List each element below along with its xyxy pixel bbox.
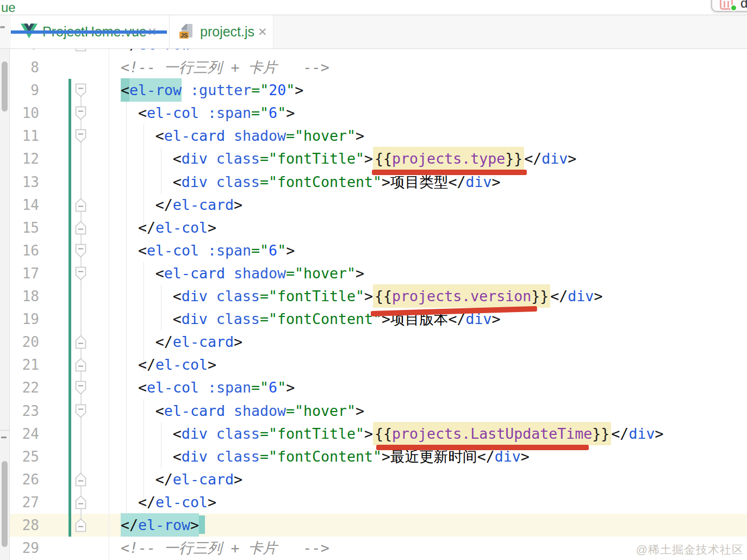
fold-close-icon[interactable] — [75, 335, 86, 349]
svg-text:JS: JS — [180, 32, 188, 39]
code-line-27[interactable]: 27</el-col> — [10, 491, 747, 514]
line-number: 10 — [10, 102, 39, 125]
online-status-dot — [730, 4, 737, 11]
code-line-18[interactable]: 18<div class="fontTitle">{{projects.vers… — [10, 285, 747, 308]
code-text: <el-card shadow="hover"> — [155, 262, 364, 285]
partial-tab-text: ue — [1, 0, 16, 15]
code-line-9[interactable]: 9<el-row :gutter="20"> — [10, 79, 747, 102]
code-text: <!-- 一行三列 + 卡片 --> — [121, 537, 329, 559]
tool-window-stripe-icon[interactable] — [0, 26, 5, 28]
fold-close-icon[interactable] — [75, 221, 86, 235]
line-number: 29 — [10, 537, 39, 559]
code-text: </el-card> — [155, 331, 242, 353]
code-editor[interactable]: 7</el-row>8<!-- 一行三列 + 卡片 -->9<el-row :g… — [10, 33, 747, 560]
code-text: </el-card> — [155, 468, 242, 491]
code-text: </el-col> — [138, 216, 216, 239]
code-text: <el-col :span="6"> — [138, 102, 295, 125]
code-text: </el-col> — [138, 491, 216, 514]
fold-open-icon[interactable] — [75, 129, 86, 143]
code-line-15[interactable]: 15</el-col> — [10, 216, 747, 239]
fold-close-icon[interactable] — [75, 495, 86, 509]
tab-project-js[interactable]: JS project.js ✕ — [169, 15, 273, 48]
code-line-16[interactable]: 16<el-col :span="6"> — [10, 239, 747, 262]
line-number: 11 — [10, 125, 39, 147]
code-line-12[interactable]: 12<div class="fontTitle">{{projects.type… — [10, 147, 747, 170]
line-number: 27 — [10, 491, 39, 514]
line-number: 18 — [10, 285, 39, 308]
left-tool-strip — [0, 49, 10, 560]
line-number: 9 — [10, 79, 39, 102]
line-number: 20 — [10, 331, 39, 353]
line-number: 28 — [10, 514, 39, 537]
line-number: 13 — [10, 171, 39, 194]
line-number: 15 — [10, 216, 39, 239]
line-number: 23 — [10, 400, 39, 422]
fold-open-icon[interactable] — [75, 106, 86, 120]
line-number: 21 — [10, 353, 39, 376]
code-line-26[interactable]: 26</el-card> — [10, 468, 747, 491]
code-line-22[interactable]: 22<el-col :span="6"> — [10, 376, 747, 399]
code-line-11[interactable]: 11<el-card shadow="hover"> — [10, 125, 747, 147]
gutter-separator — [109, 49, 109, 560]
code-text: <div class="fontTitle">{{projects.LastUp… — [173, 422, 664, 445]
code-line-8[interactable]: 8<!-- 一行三列 + 卡片 --> — [10, 56, 747, 79]
active-tab-indicator — [11, 30, 167, 34]
identifier-highlight: {{projects.LastUpdateTime}} — [373, 422, 611, 445]
code-text: </el-row> — [121, 514, 205, 537]
annotation-underline-type — [372, 170, 527, 175]
code-text: <el-card shadow="hover"> — [155, 400, 364, 422]
line-number: 12 — [10, 147, 39, 170]
code-line-23[interactable]: 23<el-card shadow="hover"> — [10, 400, 747, 422]
identifier-highlight: {{projects.version}} — [373, 284, 550, 308]
code-text: <div class="fontTitle">{{projects.versio… — [173, 285, 603, 308]
line-number: 24 — [10, 422, 39, 445]
fold-close-icon[interactable] — [75, 472, 86, 487]
fold-open-icon[interactable] — [75, 244, 86, 258]
scrollbar-thumb[interactable] — [2, 61, 8, 111]
fold-close-icon[interactable] — [75, 198, 86, 212]
code-line-20[interactable]: 20</el-card> — [10, 331, 747, 353]
code-line-17[interactable]: 17<el-card shadow="hover"> — [10, 262, 747, 285]
floating-widget[interactable]: d — [711, 0, 747, 12]
fold-open-icon[interactable] — [75, 381, 86, 395]
line-number: 17 — [10, 262, 39, 285]
code-text: <el-row :gutter="20"> — [121, 79, 303, 102]
annotation-underline-lastupdatetime — [376, 445, 589, 450]
fold-open-icon[interactable] — [75, 266, 86, 281]
code-text: <el-card shadow="hover"> — [155, 125, 364, 147]
code-line-21[interactable]: 21</el-col> — [10, 353, 747, 376]
fold-open-icon[interactable] — [75, 83, 86, 97]
line-number: 25 — [10, 445, 39, 468]
code-line-28[interactable]: 28</el-row> — [10, 514, 747, 537]
identifier-highlight: {{projects.type}} — [373, 147, 524, 170]
watermark: @稀土掘金技术社区 — [636, 542, 744, 557]
tag-match-highlight: </el-row> — [121, 513, 199, 537]
code-line-24[interactable]: 24<div class="fontTitle">{{projects.Last… — [10, 422, 747, 445]
code-text: </el-col> — [138, 353, 216, 376]
splitter-handle-icon[interactable] — [1, 437, 7, 438]
fold-close-icon[interactable] — [75, 518, 86, 532]
code-line-14[interactable]: 14</el-card> — [10, 194, 747, 216]
scrollbar-thumb[interactable] — [2, 461, 8, 547]
line-number: 8 — [10, 56, 39, 79]
widget-letter: d — [740, 0, 747, 11]
fold-range-line — [80, 90, 82, 525]
code-text: </el-card> — [155, 194, 242, 216]
text-caret — [199, 515, 205, 534]
vcs-change-bar[interactable] — [69, 79, 71, 537]
close-icon[interactable]: ✕ — [258, 15, 267, 48]
fold-close-icon[interactable] — [75, 358, 86, 372]
js-file-icon: JS — [178, 23, 195, 42]
top-bar: ue — [0, 0, 747, 15]
fold-open-icon[interactable] — [75, 404, 86, 418]
line-number: 26 — [10, 468, 39, 491]
code-line-10[interactable]: 10<el-col :span="6"> — [10, 102, 747, 125]
tab-label: project.js — [200, 15, 254, 48]
code-text: <div class="fontTitle">{{projects.type}}… — [173, 147, 577, 170]
code-text: <el-col :span="6"> — [138, 376, 295, 399]
line-number: 22 — [10, 376, 39, 399]
code-text: <el-col :span="6"> — [138, 239, 295, 262]
line-number: 14 — [10, 194, 39, 216]
line-number: 19 — [10, 308, 39, 331]
code-text: <!-- 一行三列 + 卡片 --> — [121, 56, 329, 79]
